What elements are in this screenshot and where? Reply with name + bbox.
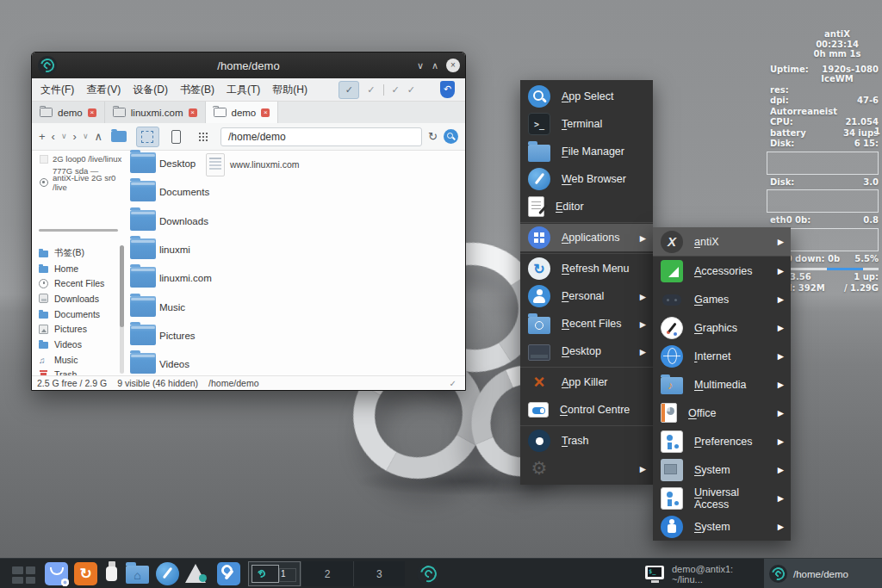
web-browser-launcher-icon[interactable] [156,562,179,585]
menu-bookmarks[interactable]: 书签(B) [180,83,214,97]
window-titlebar[interactable]: /home/demo ∨ ∧ × [32,53,465,78]
menu-item-file-manager[interactable]: File Manager [520,138,653,165]
check-toggle-4[interactable]: ✓ [407,84,415,96]
folder-icon[interactable] [130,210,156,231]
tab-close-icon[interactable]: × [88,108,96,117]
folder-item[interactable]: linuxmi.com [159,267,212,288]
folder-item[interactable]: Videos [159,353,189,374]
folder-item[interactable]: Music [159,296,185,317]
back-button[interactable]: ‹ [52,131,55,142]
sync-updater-icon[interactable] [74,562,97,585]
task-terminal[interactable]: demo@antix1: ~/linu... [639,559,761,588]
submenu-item-multimedia[interactable]: Multimedia ▶ [653,370,791,399]
folder-item[interactable]: Documents [159,181,209,201]
home-folder-button[interactable] [109,127,130,146]
place-music[interactable]: Music [32,352,127,368]
folder-icon[interactable] [130,181,156,201]
search-button[interactable] [444,129,458,144]
check-toggle-2[interactable]: ✓ [367,84,375,96]
submenu-item-graphics[interactable]: Graphics ▶ [653,313,791,342]
tab-close-icon[interactable]: × [189,108,197,117]
place-pictures[interactable]: Pictures [32,321,127,337]
workspace-2[interactable]: 2 [301,561,352,586]
folder-item[interactable]: Pictures [159,325,196,345]
menu-item-editor[interactable]: Editor [520,193,653,220]
folder-icon[interactable] [130,325,156,345]
folder-icon[interactable] [130,152,156,173]
folder-item[interactable]: Desktop [159,152,196,173]
menu-item-refresh-menu[interactable]: Refresh Menu [520,255,653,282]
folder-icon[interactable] [130,296,156,317]
back-history-dropdown[interactable]: ∨ [61,131,67,142]
submenu-item-antix[interactable]: antiX ▶ [653,227,791,257]
menu-tools[interactable]: 工具(T) [227,83,260,97]
sidebar-toggle-button[interactable] [165,127,187,146]
place-videos[interactable]: Videos [32,337,127,352]
menu-item-control-centre[interactable]: Control Centre [520,396,653,424]
submenu-item-office[interactable]: Office ▶ [653,399,791,427]
submenu-item-accessories[interactable]: Accessories ▶ [653,257,791,285]
menu-item-applications[interactable]: Applications ▶ [520,224,653,251]
menu-item-trash[interactable]: Trash [520,427,653,455]
menu-devices[interactable]: 设备(D) [133,83,168,97]
check-toggle-1[interactable]: ✓ [339,81,359,99]
device-loop0[interactable]: 2G loop0 /live/linux [32,153,127,165]
submenu-item-internet[interactable]: Internet ▶ [653,342,791,370]
folder-icon[interactable] [130,267,156,288]
folder-icon[interactable] [130,353,156,374]
start-menu-button[interactable] [12,566,35,584]
menu-file[interactable]: 文件(F) [40,83,74,97]
place-downloads[interactable]: Downloads [32,291,127,306]
select-mode-button[interactable] [136,127,159,147]
new-tab-button[interactable]: + [39,131,46,142]
submenu-item-games[interactable]: Games ▶ [653,285,791,313]
file-icon[interactable] [206,153,225,176]
menu-item-settings[interactable]: ▶ [520,455,653,482]
forward-history-dropdown[interactable]: ∨ [83,131,89,142]
software-store-icon[interactable] [45,562,68,585]
file-item[interactable]: www.linuxmi.com [230,153,300,175]
forward-button[interactable]: › [73,131,77,142]
sidebar-splitter[interactable] [39,229,118,232]
usb-drive-icon[interactable] [100,559,123,582]
menu-item-personal[interactable]: Personal ▶ [520,282,653,310]
menu-view[interactable]: 查看(V) [86,83,121,97]
place-recent[interactable]: Recent Files [32,275,127,291]
sidebar-scrollbar[interactable] [120,245,124,374]
address-bar[interactable]: /home/demo [220,127,422,146]
scrollbar-thumb[interactable] [120,245,124,327]
folder-icon[interactable] [130,238,156,259]
view-grid-button[interactable] [193,127,214,146]
file-manager-launcher-icon[interactable] [126,566,149,584]
minimize-button[interactable]: ∨ [417,60,424,71]
device-sr0[interactable]: antiX-Live 2G sr0 /live [32,176,127,189]
tools-settings-icon[interactable] [217,562,240,585]
tab-close-icon[interactable]: × [261,108,270,117]
submenu-item-preferences[interactable]: Preferences ▶ [653,427,791,455]
task-file-manager[interactable]: /home/demo [764,559,882,588]
tab-demo-1[interactable]: demo × [32,102,105,123]
submenu-item-universal-access[interactable]: Universal Access ▶ [653,484,791,512]
menu-item-terminal[interactable]: Terminal [520,110,653,138]
menu-item-recent-files[interactable]: Recent Files ▶ [520,310,653,337]
close-button[interactable]: × [446,59,460,72]
menu-item-app-select[interactable]: App Select [520,83,653,110]
refresh-button[interactable]: ↻ [428,131,438,142]
tab-linuxmi[interactable]: linuxmi.com × [105,102,206,123]
menu-item-app-killer[interactable]: App Killer [520,368,653,396]
workspace-3[interactable]: 3 [353,561,405,586]
menu-help[interactable]: 帮助(H) [272,83,307,97]
antix-tray-logo-icon[interactable] [417,562,440,585]
privacy-shield-icon[interactable]: ↶ [440,81,455,98]
workspace-1[interactable]: 1 [248,561,301,586]
folder-item[interactable]: linuxmi [159,238,190,259]
place-bookmarks[interactable]: 书签(B) [32,245,127,261]
place-documents[interactable]: Documents [32,306,127,322]
up-button[interactable]: ∧ [94,131,102,142]
submenu-item-system-2[interactable]: System ▶ [653,512,791,541]
submenu-item-system[interactable]: System ▶ [653,455,791,484]
menu-item-desktop[interactable]: Desktop ▶ [520,337,653,365]
tab-demo-2-active[interactable]: demo × [206,102,279,123]
menu-item-web-browser[interactable]: Web Browser [520,165,653,193]
place-home[interactable]: Home [32,261,127,276]
